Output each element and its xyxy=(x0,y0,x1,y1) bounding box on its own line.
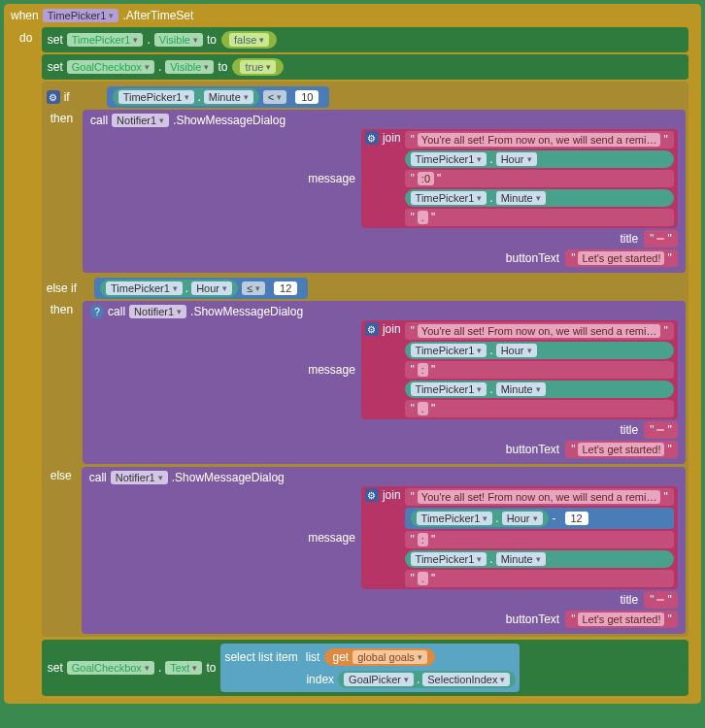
get-var-block[interactable]: get global goals xyxy=(324,648,434,666)
string-lit[interactable]: "." xyxy=(405,400,674,417)
method-name: .ShowMessageDialog xyxy=(173,114,285,127)
arg-buttontext: buttonText xyxy=(506,251,559,265)
gear-icon[interactable]: ⚙ xyxy=(365,131,379,145)
gear-icon[interactable]: ⚙ xyxy=(365,488,379,502)
join-block[interactable]: ⚙ join "You're all set! From now on, we … xyxy=(361,129,678,228)
notifier-dd[interactable]: Notifier1 xyxy=(111,471,168,484)
var-dd[interactable]: global goals xyxy=(352,650,427,664)
call-kw: call xyxy=(89,471,107,484)
call-show-dialog-3[interactable]: call Notifier1 .ShowMessageDialog messag… xyxy=(82,467,686,634)
call-kw: call xyxy=(90,114,108,127)
notifier-dd[interactable]: Notifier1 xyxy=(129,305,186,318)
join-block[interactable]: ⚙ join "You're all set! From now on, we … xyxy=(361,320,678,419)
set-kw: set xyxy=(48,661,63,675)
string-lit[interactable]: "Let's get started!" xyxy=(565,249,678,267)
prop-get[interactable]: TimePicker1 . Hour xyxy=(100,280,238,297)
bool-true[interactable]: true xyxy=(232,58,284,76)
bool-false[interactable]: false xyxy=(221,31,277,49)
arg-message: message xyxy=(308,172,355,185)
join-kw: join xyxy=(383,488,401,587)
when-kw: when xyxy=(11,9,39,22)
if-kw: if xyxy=(64,90,70,104)
to-kw: to xyxy=(206,661,216,675)
arg-message: message xyxy=(308,363,355,377)
do-label: do xyxy=(19,27,32,45)
compare-block[interactable]: TimePicker1 . Minute < 10 xyxy=(107,86,330,108)
component-dd[interactable]: TimePicker1 xyxy=(43,9,119,22)
event-name: .AfterTimeSet xyxy=(122,9,193,22)
to-kw: to xyxy=(207,33,217,47)
prop-get-minute[interactable]: TimePicker1.Minute xyxy=(405,381,674,398)
prop-get-hour[interactable]: TimePicker1.Hour xyxy=(411,510,549,527)
when-block[interactable]: when TimePicker1 .AfterTimeSet do set Ti… xyxy=(4,4,701,704)
help-icon[interactable]: ? xyxy=(90,305,104,318)
string-lit[interactable]: ":" xyxy=(405,361,674,379)
string-lit[interactable]: " " xyxy=(644,591,678,609)
string-lit[interactable]: " " xyxy=(644,230,678,248)
compare-block[interactable]: TimePicker1 . Hour ≤ 12 xyxy=(94,278,308,299)
call-show-dialog-2[interactable]: ? call Notifier1 .ShowMessageDialog mess… xyxy=(83,301,686,464)
arg-title: title xyxy=(620,423,638,437)
subtract-block[interactable]: TimePicker1.Hour - 12 xyxy=(405,508,674,529)
prop-get-minute[interactable]: TimePicker1.Minute xyxy=(405,550,674,568)
set-comp-dd[interactable]: GoalCheckbox xyxy=(67,60,154,74)
string-lit[interactable]: "." xyxy=(405,570,674,587)
notifier-dd[interactable]: Notifier1 xyxy=(112,114,169,127)
arg-message: message xyxy=(308,531,355,545)
call-show-dialog-1[interactable]: call Notifier1 .ShowMessageDialog messag… xyxy=(83,110,686,273)
string-lit[interactable]: " " xyxy=(644,421,678,439)
if-block[interactable]: ⚙ if TimePicker1 . Minute < 10 xyxy=(42,82,688,637)
to-kw: to xyxy=(218,60,227,74)
arg-buttontext: buttonText xyxy=(506,612,559,626)
string-lit[interactable]: "Let's get started!" xyxy=(565,441,678,458)
comp-dd[interactable]: TimePicker1 xyxy=(106,281,183,295)
set-visible-true[interactable]: set GoalCheckbox . Visible to true xyxy=(42,54,688,80)
comp-dd[interactable]: GoalPicker xyxy=(344,673,414,686)
num-lit[interactable]: 12 xyxy=(565,512,588,525)
num-lit[interactable]: 12 xyxy=(274,281,297,295)
string-lit[interactable]: "." xyxy=(405,209,674,226)
minus-op: - xyxy=(553,512,556,525)
gear-icon[interactable]: ⚙ xyxy=(365,322,379,336)
string-lit[interactable]: "Let's get started!" xyxy=(565,611,678,628)
gear-icon[interactable]: ⚙ xyxy=(47,90,60,104)
list-label: list xyxy=(306,650,320,664)
method-name: .ShowMessageDialog xyxy=(190,305,303,318)
comp-dd[interactable]: TimePicker1 xyxy=(118,90,195,104)
then-kw: then xyxy=(45,110,79,127)
prop-get-selindex[interactable]: GoalPicker . SelectionIndex xyxy=(338,671,516,688)
num-lit[interactable]: 10 xyxy=(295,90,319,104)
set-prop-dd[interactable]: Visible xyxy=(154,33,203,47)
string-lit[interactable]: "You're all set! From now on, we will se… xyxy=(405,322,674,340)
set-text-row[interactable]: set GoalCheckbox . Text to select list i… xyxy=(42,640,688,696)
elseif-kw: else if xyxy=(47,281,77,295)
prop-get-hour[interactable]: TimePicker1.Hour xyxy=(405,150,674,168)
set-comp-dd[interactable]: TimePicker1 xyxy=(67,33,144,47)
select-list-kw: select list item xyxy=(224,650,297,664)
op-dd[interactable]: < xyxy=(263,90,286,104)
join-kw: join xyxy=(383,131,401,226)
prop-get[interactable]: TimePicker1 . Minute xyxy=(113,88,259,106)
else-kw: else xyxy=(45,467,78,484)
index-label: index xyxy=(306,673,334,686)
prop-get-minute[interactable]: TimePicker1.Minute xyxy=(405,189,674,207)
join-kw: join xyxy=(383,322,401,417)
prop-dd[interactable]: Minute xyxy=(204,90,253,104)
set-prop-dd[interactable]: Visible xyxy=(165,60,214,74)
prop-dd[interactable]: SelectionIndex xyxy=(422,673,510,686)
set-kw: set xyxy=(48,33,63,47)
string-lit[interactable]: ":" xyxy=(405,531,674,548)
string-lit[interactable]: "You're all set! From now on, we will se… xyxy=(405,131,674,149)
select-list-item-block[interactable]: select list item list get global goals i… xyxy=(220,644,520,692)
join-block[interactable]: ⚙ join "You're all set! From now on, we … xyxy=(361,486,678,589)
prop-dd[interactable]: Text xyxy=(165,661,202,675)
arg-title: title xyxy=(620,593,638,607)
get-kw: get xyxy=(332,650,349,664)
comp-dd[interactable]: GoalCheckbox xyxy=(67,661,154,675)
set-visible-false[interactable]: set TimePicker1 . Visible to false xyxy=(42,27,688,52)
prop-dd[interactable]: Hour xyxy=(191,281,232,295)
string-lit[interactable]: "You're all set! From now on, we will se… xyxy=(405,488,674,506)
prop-get-hour[interactable]: TimePicker1.Hour xyxy=(405,342,674,359)
string-lit[interactable]: ":0" xyxy=(405,170,674,187)
op-dd[interactable]: ≤ xyxy=(242,281,265,295)
